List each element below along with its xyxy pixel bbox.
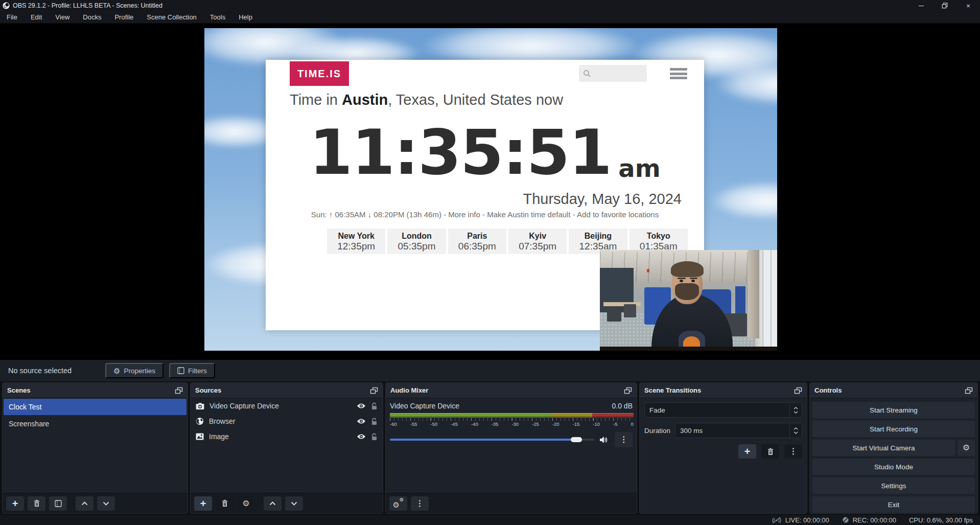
source-row-browser[interactable]: Browser bbox=[191, 414, 383, 429]
unlock-icon[interactable] bbox=[371, 433, 378, 441]
mixer-channel-menu-button[interactable]: ⋮ bbox=[615, 432, 633, 447]
speaker-icon[interactable] bbox=[599, 436, 609, 444]
remove-transition-button[interactable] bbox=[761, 444, 779, 459]
tick-label: -20 bbox=[552, 421, 559, 427]
sources-panel-header[interactable]: Sources bbox=[191, 383, 383, 398]
scene-video[interactable]: TIME.IS Time in Austin, Texas, United St… bbox=[204, 28, 777, 351]
source-label: Video Capture Device bbox=[209, 402, 279, 410]
properties-button[interactable]: ⚙ Properties bbox=[105, 363, 164, 378]
plus-icon: + bbox=[200, 498, 206, 509]
menu-view[interactable]: View bbox=[49, 11, 76, 23]
filter-icon bbox=[177, 367, 184, 374]
controls-title: Controls bbox=[814, 386, 842, 394]
mixer-menu-button[interactable]: ⋮ bbox=[411, 496, 429, 511]
source-row-image[interactable]: Image bbox=[191, 429, 383, 444]
add-transition-button[interactable]: + bbox=[738, 444, 756, 459]
close-button[interactable]: × bbox=[956, 0, 980, 11]
timeis-search-box bbox=[579, 65, 647, 82]
rec-status: REC: 00:00:00 bbox=[842, 516, 896, 524]
scene-filters-button[interactable] bbox=[49, 496, 67, 511]
add-scene-button[interactable]: + bbox=[6, 496, 24, 511]
scenes-toolbar: + bbox=[3, 493, 188, 513]
menu-docks[interactable]: Docks bbox=[76, 11, 108, 23]
sun-info-line: Sun: ↑ 06:35AM ↓ 08:20PM (13h 46m) - Mor… bbox=[266, 210, 704, 219]
remove-source-button[interactable] bbox=[216, 496, 234, 511]
heading-suffix: , Texas, United States now bbox=[388, 92, 563, 108]
tick-label: -35 bbox=[492, 421, 499, 427]
eye-icon[interactable] bbox=[357, 403, 366, 409]
duration-spin-arrows[interactable] bbox=[789, 423, 802, 438]
city-name: London bbox=[387, 232, 446, 241]
scenes-panel-header[interactable]: Scenes bbox=[3, 383, 188, 398]
source-row-video-capture[interactable]: Video Capture Device bbox=[191, 398, 383, 414]
filters-button[interactable]: Filters bbox=[169, 363, 215, 378]
move-scene-up-button[interactable] bbox=[76, 496, 94, 511]
record-inactive-icon bbox=[842, 516, 849, 523]
city-name: New York bbox=[327, 232, 385, 241]
selected-source-status: No source selected bbox=[8, 367, 105, 375]
remove-scene-button[interactable] bbox=[28, 496, 45, 511]
popout-icon bbox=[370, 387, 378, 394]
exit-button[interactable]: Exit bbox=[812, 496, 975, 513]
transitions-header[interactable]: Scene Transitions bbox=[640, 383, 807, 398]
make-default-link: Make Austin time default bbox=[487, 210, 570, 219]
eye-icon[interactable] bbox=[357, 433, 366, 440]
unlock-icon[interactable] bbox=[371, 402, 378, 410]
webcam-video[interactable] bbox=[600, 250, 777, 351]
image-icon bbox=[196, 433, 204, 440]
move-source-down-button[interactable] bbox=[285, 496, 303, 511]
title-bar[interactable]: OBS 29.1.2 - Profile: LLHLS BETA - Scene… bbox=[0, 0, 980, 11]
menu-tools[interactable]: Tools bbox=[203, 11, 232, 23]
mixer-volume-db: 0.0 dB bbox=[612, 402, 633, 410]
start-virtual-camera-button[interactable]: Start Virtual Camera bbox=[812, 440, 955, 456]
start-streaming-button[interactable]: Start Streaming bbox=[812, 402, 975, 418]
audio-mixer-panel: Audio Mixer Video Capture Device 0.0 dB … bbox=[385, 382, 637, 514]
webcam-chair bbox=[624, 304, 636, 317]
move-source-up-button[interactable] bbox=[264, 496, 282, 511]
scene-item-clock-test[interactable]: Clock Test bbox=[4, 399, 186, 415]
volume-slider[interactable] bbox=[390, 437, 594, 442]
preview-canvas[interactable]: TIME.IS Time in Austin, Texas, United St… bbox=[0, 24, 980, 360]
sources-toolbar: + ⚙ bbox=[191, 493, 383, 513]
plus-icon: + bbox=[12, 498, 18, 509]
chevron-up-icon bbox=[269, 501, 276, 506]
studio-mode-button[interactable]: Studio Mode bbox=[812, 459, 975, 475]
meridiem: am bbox=[618, 156, 660, 180]
current-date: Thursday, May 16, 2024 bbox=[523, 191, 682, 208]
menu-help[interactable]: Help bbox=[232, 11, 259, 23]
dock-area: Scenes Clock Test Screenshare + bbox=[0, 381, 980, 515]
menu-scene-collection[interactable]: Scene Collection bbox=[140, 11, 203, 23]
virtual-camera-config-button[interactable]: ⚙ bbox=[958, 440, 975, 456]
unlock-icon[interactable] bbox=[371, 418, 378, 425]
move-scene-down-button[interactable] bbox=[97, 496, 115, 511]
city-name: Beijing bbox=[569, 232, 627, 241]
volume-slider-handle[interactable] bbox=[571, 437, 582, 442]
source-properties-button[interactable]: ⚙ bbox=[237, 496, 255, 511]
transition-select[interactable]: Fade bbox=[644, 402, 802, 418]
tick-label: -60 bbox=[390, 421, 397, 427]
menu-edit[interactable]: Edit bbox=[24, 11, 49, 23]
menu-file[interactable]: File bbox=[0, 11, 24, 23]
start-recording-button[interactable]: Start Recording bbox=[812, 421, 975, 437]
minimize-button[interactable] bbox=[909, 0, 933, 11]
eye-icon[interactable] bbox=[357, 418, 366, 424]
city-time: 05:35pm bbox=[387, 241, 446, 252]
menu-profile[interactable]: Profile bbox=[108, 11, 140, 23]
scene-item-screenshare[interactable]: Screenshare bbox=[4, 416, 186, 432]
chevron-up-icon bbox=[794, 427, 798, 430]
duration-spinbox[interactable]: 300 ms bbox=[675, 423, 802, 438]
globe-icon bbox=[196, 417, 204, 425]
restore-button[interactable] bbox=[933, 0, 956, 11]
transition-select-arrows[interactable] bbox=[789, 403, 802, 417]
filter-icon bbox=[55, 500, 62, 507]
controls-panel: Controls Start Streaming Start Recording… bbox=[809, 382, 978, 514]
audio-mixer-header[interactable]: Audio Mixer bbox=[386, 383, 637, 398]
advanced-audio-button[interactable]: ⚙ ⚙ bbox=[389, 496, 407, 511]
restore-icon bbox=[942, 3, 948, 9]
controls-header[interactable]: Controls bbox=[810, 383, 977, 398]
add-source-button[interactable]: + bbox=[194, 496, 212, 511]
camera-icon bbox=[196, 402, 204, 410]
transition-properties-button[interactable]: ⋮ bbox=[784, 444, 802, 459]
trash-icon bbox=[33, 499, 40, 507]
settings-button[interactable]: Settings bbox=[812, 477, 975, 494]
